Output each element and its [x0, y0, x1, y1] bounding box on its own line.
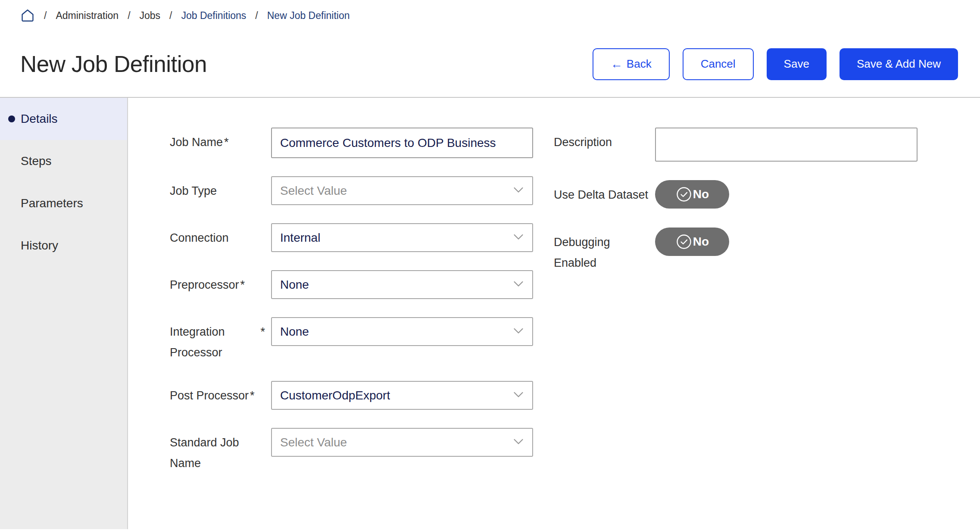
breadcrumb-separator: /	[169, 10, 172, 22]
field-label: Preprocessor	[170, 274, 239, 295]
breadcrumb-item-jobs[interactable]: Jobs	[140, 10, 161, 22]
preprocessor-select[interactable]: None	[271, 270, 533, 299]
field-label-cell: Preprocessor *	[170, 270, 271, 295]
chevron-down-icon	[513, 234, 524, 242]
sidebar-item-label: Parameters	[21, 196, 83, 210]
body-region: Details Steps Parameters History Job Nam…	[0, 97, 980, 529]
form-row-standard-job-name: Standard Job Name Select Value	[170, 428, 533, 474]
sidebar-item-label: History	[21, 239, 58, 253]
required-marker: *	[260, 321, 265, 342]
select-placeholder: Select Value	[280, 184, 347, 198]
form-row-use-delta-dataset: Use Delta Dataset No	[554, 180, 918, 209]
sidebar-item-details[interactable]: Details	[0, 98, 127, 140]
field-label: Use Delta Dataset	[554, 184, 648, 205]
field-label: Description	[554, 132, 612, 153]
breadcrumb: / Administration / Jobs / Job Definition…	[0, 0, 980, 31]
job-name-input[interactable]	[271, 128, 533, 158]
field-label-cell: Standard Job Name	[170, 428, 271, 474]
field-label: Debugging Enabled	[554, 232, 649, 273]
select-value: None	[280, 325, 309, 339]
standard-job-name-select[interactable]: Select Value	[271, 428, 533, 457]
breadcrumb-separator: /	[128, 10, 130, 22]
chevron-down-icon	[513, 328, 524, 336]
field-label: Post Processor	[170, 385, 249, 406]
save-button-label: Save	[784, 57, 809, 71]
back-button[interactable]: ← Back	[593, 48, 670, 80]
back-arrow-icon: ←	[611, 58, 623, 70]
field-label-cell: Connection	[170, 223, 271, 248]
field-label: Job Name	[170, 132, 223, 153]
field-label: Connection	[170, 228, 229, 248]
required-marker: *	[250, 385, 255, 406]
save-add-new-button-label: Save & Add New	[857, 57, 941, 71]
form-column-right: Description Use Delta Dataset	[554, 128, 918, 292]
active-bullet-icon	[8, 115, 15, 122]
form-row-job-type: Job Type Select Value	[170, 176, 533, 205]
breadcrumb-item-new-job-definition[interactable]: New Job Definition	[267, 10, 350, 22]
select-placeholder: Select Value	[280, 436, 347, 449]
field-label: Job Type	[170, 181, 217, 201]
sidebar-item-label: Steps	[21, 154, 52, 168]
back-button-label: Back	[627, 57, 652, 71]
field-label-cell: Description	[554, 128, 655, 153]
chevron-down-icon	[513, 187, 524, 195]
select-value: Internal	[280, 231, 320, 245]
form-row-preprocessor: Preprocessor * None	[170, 270, 533, 299]
form-row-description: Description	[554, 128, 918, 162]
home-icon[interactable]	[20, 8, 35, 23]
chevron-down-icon	[513, 439, 524, 446]
toggle-state-label: No	[693, 187, 709, 201]
select-value: CustomerOdpExport	[280, 389, 390, 402]
sidebar-item-steps[interactable]: Steps	[0, 140, 127, 182]
save-add-new-button[interactable]: Save & Add New	[840, 48, 958, 80]
connection-select[interactable]: Internal	[271, 223, 533, 252]
sidebar-item-label: Details	[21, 112, 58, 126]
breadcrumb-separator: /	[44, 10, 47, 22]
form-row-post-processor: Post Processor * CustomerOdpExport	[170, 381, 533, 410]
job-type-select[interactable]: Select Value	[271, 176, 533, 205]
form-column-left: Job Name * Job Type Select Value	[170, 128, 533, 492]
form-row-connection: Connection Internal	[170, 223, 533, 252]
page-title: New Job Definition	[20, 51, 207, 77]
field-label-cell: Use Delta Dataset	[554, 180, 655, 205]
check-circle-icon	[675, 186, 693, 203]
page: / Administration / Jobs / Job Definition…	[0, 0, 980, 530]
post-processor-select[interactable]: CustomerOdpExport	[271, 381, 533, 410]
form-row-integration-processor: Integration Processor * None	[170, 317, 533, 363]
breadcrumb-item-job-definitions[interactable]: Job Definitions	[181, 10, 247, 22]
required-marker: *	[224, 132, 229, 153]
save-button[interactable]: Save	[767, 48, 827, 80]
field-label: Standard Job Name	[170, 432, 265, 474]
check-circle-icon	[675, 233, 693, 250]
form-row-job-name: Job Name *	[170, 128, 533, 158]
use-delta-dataset-toggle[interactable]: No	[655, 180, 729, 209]
field-label-cell: Job Name *	[170, 128, 271, 153]
description-textarea[interactable]	[655, 128, 918, 162]
integration-processor-select[interactable]: None	[271, 317, 533, 346]
field-label-cell: Debugging Enabled	[554, 228, 655, 273]
chevron-down-icon	[513, 281, 524, 289]
chevron-down-icon	[513, 392, 524, 399]
breadcrumb-separator: /	[255, 10, 258, 22]
header-actions: ← Back Cancel Save Save & Add New	[593, 48, 958, 80]
select-value: None	[280, 278, 309, 292]
field-label-cell: Post Processor *	[170, 381, 271, 406]
field-label-cell: Integration Processor *	[170, 317, 271, 363]
toggle-state-label: No	[693, 235, 709, 249]
sidebar-item-history[interactable]: History	[0, 224, 127, 267]
sidebar-item-parameters[interactable]: Parameters	[0, 182, 127, 224]
form-content: Job Name * Job Type Select Value	[128, 98, 980, 529]
required-marker: *	[240, 274, 245, 295]
field-label: Integration Processor	[170, 321, 259, 363]
form-row-debugging-enabled: Debugging Enabled No	[554, 228, 918, 273]
field-label-cell: Job Type	[170, 176, 271, 201]
page-header: New Job Definition ← Back Cancel Save Sa…	[0, 31, 980, 97]
breadcrumb-item-administration[interactable]: Administration	[56, 10, 119, 22]
sidebar: Details Steps Parameters History	[0, 98, 128, 529]
cancel-button-label: Cancel	[701, 57, 736, 71]
debugging-enabled-toggle[interactable]: No	[655, 228, 729, 256]
cancel-button[interactable]: Cancel	[683, 48, 754, 80]
